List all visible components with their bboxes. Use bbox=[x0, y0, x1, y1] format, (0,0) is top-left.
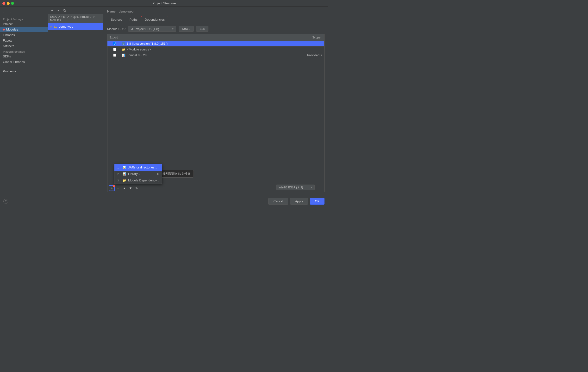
sidebar-item-facets-label: Facets bbox=[3, 39, 12, 42]
title-bar-buttons bbox=[2, 2, 14, 5]
sidebar-item-global-libraries-label: Global Libraries bbox=[3, 60, 25, 64]
dropdown-item-jars-num: 1 bbox=[117, 166, 121, 169]
sidebar-item-sdks[interactable]: SDKs bbox=[0, 54, 48, 59]
remove-module-button[interactable]: − bbox=[56, 8, 61, 13]
name-header bbox=[122, 35, 300, 40]
move-up-dependency-button[interactable]: ▲ bbox=[121, 185, 127, 191]
sidebar-item-libraries[interactable]: Libraries bbox=[0, 32, 48, 38]
dropdown-item-module-dep-label: Module Dependency... bbox=[128, 178, 159, 182]
dropdown-item-library-label: Library... bbox=[128, 172, 140, 176]
scope-dropdown-arrow-icon: ▼ bbox=[320, 54, 323, 56]
dropdown-item-module-dep[interactable]: 3 📁 Module Dependency... bbox=[115, 177, 162, 184]
edit-dependency-button[interactable]: ✎ bbox=[134, 185, 140, 191]
sidebar-item-facets[interactable]: Facets bbox=[0, 38, 48, 43]
dropdown-item-module-dep-num: 3 bbox=[117, 179, 121, 182]
deps-name-source: 📁 <Module source> bbox=[122, 48, 300, 51]
edit-sdk-button[interactable]: Edit bbox=[196, 26, 209, 32]
dropdown-item-jars[interactable]: 1 📊 JARs or directories... bbox=[115, 164, 162, 171]
deps-checkbox-tomcat[interactable] bbox=[107, 54, 122, 57]
sdk-value: Project SDK (1.8) bbox=[135, 27, 159, 31]
sidebar-item-problems[interactable]: Problems bbox=[0, 69, 48, 74]
deps-name-tomcat: 📊 Tomcat 8.5.28 bbox=[122, 53, 300, 57]
tab-sources[interactable]: Sources bbox=[107, 16, 126, 23]
apply-button[interactable]: Apply bbox=[290, 198, 308, 205]
iml-format-dropdown[interactable]: IntelliJ IDEA (.iml) ▼ bbox=[276, 185, 315, 190]
sdk-dropdown[interactable]: 🗂 Project SDK (1.8) ▼ bbox=[128, 26, 176, 32]
module-folder-icon: 🗂 bbox=[54, 24, 57, 28]
new-sdk-button[interactable]: New... bbox=[178, 26, 194, 32]
iml-dropdown-arrow-icon: ▼ bbox=[310, 186, 313, 189]
breadcrumb-bar: IDEA -> File -> Project Structure -> Mod… bbox=[48, 14, 103, 23]
add-dependency-dot-icon bbox=[113, 185, 115, 187]
dropdown-item-library[interactable]: 2 📊 Library... ▶ bbox=[115, 171, 162, 177]
tomcat-icon: 📊 bbox=[122, 54, 126, 57]
dropdown-menu: 1 📊 JARs or directories... 2 📊 Library..… bbox=[114, 164, 162, 184]
copy-module-button[interactable]: ⧉ bbox=[62, 8, 67, 13]
sdk-row: Module SDK: 🗂 Project SDK (1.8) ▼ New...… bbox=[107, 26, 325, 32]
export-header: Export bbox=[107, 35, 122, 40]
sidebar: ← → Project Settings Project Modules Lib… bbox=[0, 7, 48, 207]
move-down-dependency-button[interactable]: ▼ bbox=[128, 185, 133, 191]
add-module-button[interactable]: + bbox=[50, 8, 55, 13]
dropdown-item-library-num: 2 bbox=[117, 173, 121, 176]
sdk-folder-icon: 🗂 bbox=[130, 27, 133, 31]
close-button[interactable] bbox=[2, 2, 5, 5]
deps-row-module-source[interactable]: 📁 <Module source> bbox=[107, 47, 324, 52]
dropdown-item-jars-icon: 📊 bbox=[123, 166, 126, 169]
dependencies-table: Export Scope J 1.8 (java version bbox=[107, 34, 325, 192]
iml-value: IntelliJ IDEA (.iml) bbox=[278, 186, 303, 189]
maximize-button[interactable] bbox=[11, 2, 14, 5]
tab-dependencies[interactable]: Dependencies bbox=[141, 16, 168, 23]
minimize-button[interactable] bbox=[7, 2, 10, 5]
dialog-buttons: ? Cancel Apply OK bbox=[103, 195, 328, 207]
sdk-dropdown-arrow-icon: ▼ bbox=[172, 28, 174, 30]
module-list-toolbar: + − ⧉ bbox=[48, 7, 103, 14]
name-value: demo-web bbox=[119, 10, 133, 13]
breadcrumb-text: IDEA -> File -> Project Structure -> Mod… bbox=[50, 15, 95, 22]
add-dependency-button[interactable]: + bbox=[109, 185, 115, 191]
sidebar-item-modules-label: Modules bbox=[6, 28, 18, 31]
title-bar: Project Structure bbox=[0, 0, 328, 7]
module-content: Name: demo-web Sources Paths Dependencie… bbox=[103, 7, 328, 195]
deps-scope-tomcat-value: Provided bbox=[307, 53, 319, 57]
java-icon: J bbox=[122, 42, 125, 45]
name-label: Name: bbox=[107, 10, 116, 13]
sidebar-item-project-label: Project bbox=[3, 22, 12, 26]
sidebar-item-global-libraries[interactable]: Global Libraries bbox=[0, 59, 48, 65]
deps-scope-tomcat[interactable]: Provided ▼ bbox=[300, 53, 324, 57]
module-item-demo-web[interactable]: ▶ 🗂 demo-web bbox=[48, 23, 103, 30]
deps-name-sdk: J 1.8 (java version "1.8.0_151") bbox=[122, 42, 300, 45]
content-panels: + − ⧉ IDEA -> File -> Project Structure … bbox=[48, 7, 328, 207]
sidebar-item-project[interactable]: Project bbox=[0, 21, 48, 27]
sidebar-item-artifacts[interactable]: Artifacts bbox=[0, 43, 48, 49]
sidebar-item-libraries-label: Libraries bbox=[3, 33, 15, 37]
deps-table-header: Export Scope bbox=[107, 34, 324, 41]
main-container: ← → Project Settings Project Modules Lib… bbox=[0, 7, 328, 207]
tabs-row: Sources Paths Dependencies bbox=[107, 16, 325, 23]
dropdown-item-library-arrow-icon: ▶ bbox=[157, 172, 159, 176]
nav-back-icon[interactable]: ← bbox=[2, 10, 7, 14]
cancel-button[interactable]: Cancel bbox=[268, 198, 288, 205]
window-title: Project Structure bbox=[153, 1, 176, 5]
module-name: demo-web bbox=[59, 25, 73, 28]
tab-paths[interactable]: Paths bbox=[126, 16, 141, 23]
dropdown-item-module-dep-icon: 📁 bbox=[123, 179, 126, 182]
dropdown-item-jars-label: JARs or directories... bbox=[128, 165, 157, 169]
expand-icon: ▶ bbox=[51, 25, 52, 28]
dropdown-item-library-icon: 📊 bbox=[123, 172, 126, 176]
sidebar-item-sdks-label: SDKs bbox=[3, 54, 11, 58]
sidebar-item-modules[interactable]: Modules bbox=[0, 27, 48, 32]
sidebar-nav: ← → bbox=[0, 9, 48, 16]
deps-checkbox-source[interactable] bbox=[107, 48, 122, 51]
platform-settings-label: Platform Settings bbox=[0, 49, 48, 54]
sidebar-item-artifacts-label: Artifacts bbox=[3, 44, 14, 48]
nav-forward-icon[interactable]: → bbox=[8, 10, 12, 14]
deps-row-sdk[interactable]: J 1.8 (java version "1.8.0_151") bbox=[107, 41, 324, 47]
remove-dependency-button[interactable]: − bbox=[115, 185, 121, 191]
deps-row-tomcat[interactable]: 📊 Tomcat 8.5.28 Provided ▼ bbox=[107, 52, 324, 58]
ok-button[interactable]: OK bbox=[310, 198, 325, 205]
deps-table-body: J 1.8 (java version "1.8.0_151") bbox=[107, 41, 324, 184]
name-row: Name: demo-web bbox=[107, 10, 325, 13]
scope-header: Scope bbox=[300, 35, 324, 40]
deps-checkbox-sdk[interactable] bbox=[107, 42, 122, 45]
